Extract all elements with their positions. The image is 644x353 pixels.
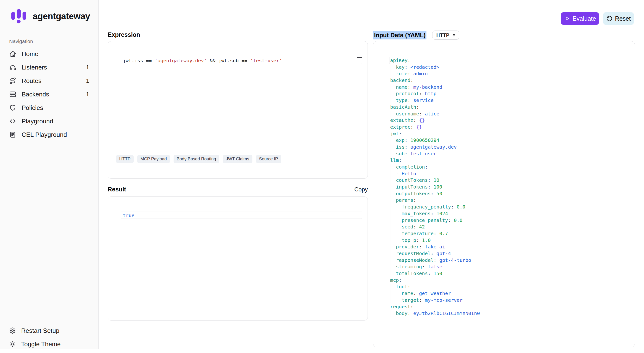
indent-guide bbox=[390, 84, 396, 91]
yaml-line: type: service bbox=[390, 97, 483, 104]
yaml-line: protocol: http bbox=[390, 90, 483, 97]
sidebar-item-routes[interactable]: Routes1 bbox=[0, 74, 98, 88]
indent-guide bbox=[390, 290, 396, 297]
yaml-line: extproc: {} bbox=[390, 124, 483, 130]
indent-guide bbox=[390, 257, 396, 264]
sidebar-item-cel-playground[interactable]: CEL Playground bbox=[0, 128, 98, 142]
evaluate-button[interactable]: Evaluate bbox=[561, 12, 599, 25]
indent-guide bbox=[390, 144, 396, 150]
editor-scrollbar-thumb[interactable] bbox=[357, 57, 362, 58]
sidebar-item-listeners[interactable]: Listeners1 bbox=[0, 60, 98, 74]
preset-chip-jwt-claims[interactable]: JWT Claims bbox=[223, 155, 252, 163]
input-type-select[interactable]: HTTP bbox=[432, 30, 459, 40]
sidebar-item-toggle-theme[interactable]: Toggle Theme bbox=[0, 337, 98, 351]
sidebar-item-home[interactable]: Home bbox=[0, 47, 98, 60]
indent-guide bbox=[390, 237, 396, 244]
play-icon bbox=[564, 16, 570, 22]
app-root: agentgateway Navigation HomeListeners1Ro… bbox=[0, 0, 644, 353]
indent-guide bbox=[390, 217, 396, 224]
yaml-line: provider: fake-ai bbox=[390, 244, 483, 250]
sidebar-item-label: Playground bbox=[22, 118, 53, 125]
yaml-line: role: admin bbox=[390, 70, 483, 77]
yaml-line: presence_penalty: 0.0 bbox=[390, 217, 483, 224]
sidebar-item-label: Routes bbox=[22, 77, 41, 85]
sidebar-item-label: Listeners bbox=[22, 64, 47, 71]
yaml-line: llm: bbox=[390, 157, 483, 164]
sidebar-item-backends[interactable]: Backends1 bbox=[0, 88, 98, 101]
yaml-line: top_p: 1.0 bbox=[390, 237, 483, 244]
rotate-ccw-icon bbox=[606, 16, 612, 22]
count-badge: 1 bbox=[86, 64, 89, 71]
agentgateway-logo-icon bbox=[10, 8, 28, 25]
headphones-icon bbox=[9, 64, 16, 71]
preset-chip-source-ip[interactable]: Source IP bbox=[256, 155, 281, 163]
preset-chips: HTTPMCP PayloadBody Based RoutingJWT Cla… bbox=[116, 155, 281, 163]
shield-icon bbox=[9, 104, 16, 111]
indent-guide bbox=[390, 64, 396, 71]
indent-guide bbox=[396, 230, 402, 237]
preset-chip-http[interactable]: HTTP bbox=[116, 155, 134, 163]
indent-guide bbox=[390, 244, 396, 250]
indent-guide bbox=[390, 137, 396, 144]
sidebar-item-label: Home bbox=[22, 50, 38, 58]
indent-guide bbox=[390, 264, 396, 270]
yaml-line: inputTokens: 100 bbox=[390, 184, 483, 190]
yaml-line: completion: bbox=[390, 164, 483, 170]
indent-guide bbox=[390, 177, 396, 184]
indent-guide bbox=[396, 297, 402, 304]
code-token: 'agentgateway.dev' bbox=[154, 58, 207, 64]
sidebar-item-playground[interactable]: Playground bbox=[0, 114, 98, 128]
code-icon bbox=[9, 118, 16, 125]
yaml-line: key: <redacted> bbox=[390, 64, 483, 71]
sidebar-item-label: Backends bbox=[22, 91, 49, 98]
indent-guide bbox=[396, 210, 402, 217]
indent-guide bbox=[390, 170, 396, 177]
chevrons-up-down-icon bbox=[452, 33, 456, 38]
yaml-line: params: bbox=[390, 197, 483, 204]
yaml-line: tool: bbox=[390, 284, 483, 290]
input-type-value: HTTP bbox=[436, 32, 449, 38]
yaml-line: - Hello bbox=[390, 170, 483, 177]
expression-editor[interactable]: jwt.iss == 'agentgateway.dev' && jwt.sub… bbox=[123, 58, 282, 64]
yaml-editor[interactable]: apiKey:key: <redacted>role: adminbackend… bbox=[390, 57, 483, 317]
count-badge: 1 bbox=[86, 78, 89, 84]
yaml-line: basicAuth: bbox=[390, 104, 483, 110]
sidebar-footer: Restart SetupToggle Theme bbox=[0, 323, 98, 351]
indent-guide bbox=[396, 290, 402, 297]
indent-guide bbox=[390, 184, 396, 190]
yaml-line: extauthz: {} bbox=[390, 117, 483, 124]
sidebar-item-label: Policies bbox=[22, 104, 43, 112]
code-token: 'test-user' bbox=[250, 58, 282, 64]
sidebar-item-restart-setup[interactable]: Restart Setup bbox=[0, 324, 98, 337]
yaml-line: name: my-backend bbox=[390, 84, 483, 91]
nav: HomeListeners1Routes1Backends1PoliciesPl… bbox=[0, 47, 98, 142]
indent-guide bbox=[390, 197, 396, 204]
code-token: jwt.iss == bbox=[123, 58, 154, 64]
result-title: Result bbox=[108, 186, 126, 193]
sidebar-item-label: Restart Setup bbox=[21, 327, 60, 334]
sidebar: agentgateway Navigation HomeListeners1Ro… bbox=[0, 0, 98, 349]
indent-guide bbox=[390, 150, 396, 157]
sidebar-item-label: CEL Playground bbox=[22, 131, 67, 138]
preset-chip-body-based-routing[interactable]: Body Based Routing bbox=[174, 155, 219, 163]
copy-button[interactable]: Copy bbox=[354, 186, 368, 193]
yaml-line: streaming: false bbox=[390, 264, 483, 270]
yaml-line: responseModel: gpt-4-turbo bbox=[390, 257, 483, 264]
reset-label: Reset bbox=[615, 15, 630, 22]
yaml-line: name: get_weather bbox=[390, 290, 483, 297]
indent-guide bbox=[390, 164, 396, 170]
brand[interactable]: agentgateway bbox=[0, 0, 98, 33]
yaml-line: temperature: 0.7 bbox=[390, 230, 483, 237]
preset-chip-mcp-payload[interactable]: MCP Payload bbox=[137, 155, 170, 163]
yaml-line: apiKey: bbox=[390, 57, 483, 64]
indent-guide bbox=[390, 250, 396, 257]
editor-scrollbar-track bbox=[357, 57, 357, 148]
count-badge: 1 bbox=[86, 91, 89, 98]
yaml-line: frequency_penalty: 0.0 bbox=[390, 204, 483, 210]
route-icon bbox=[9, 77, 16, 84]
sidebar-item-label: Toggle Theme bbox=[21, 340, 60, 348]
reset-button[interactable]: Reset bbox=[603, 12, 634, 25]
indent-guide bbox=[390, 70, 396, 77]
sidebar-item-policies[interactable]: Policies bbox=[0, 101, 98, 114]
sun-icon bbox=[9, 341, 16, 348]
